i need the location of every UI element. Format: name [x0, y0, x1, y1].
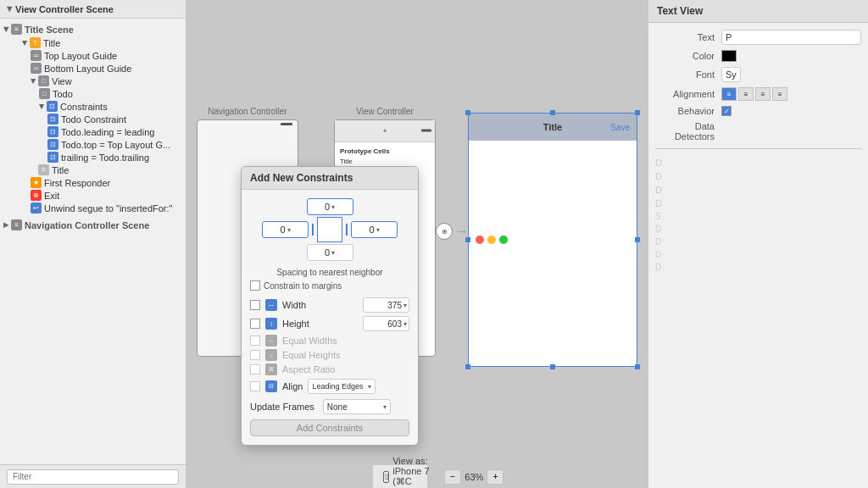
panel-item-8: D — [655, 248, 861, 261]
zoom-out-button[interactable]: − — [444, 469, 461, 485]
sidebar-item-title[interactable]: ▶ T Title — [0, 36, 186, 49]
sidebar-item-trailing[interactable]: ⊡ trailing = Todo.trailing — [0, 151, 186, 164]
sidebar-collapse-icon[interactable]: ▶ — [6, 7, 14, 12]
sidebar-item-title2[interactable]: ▶ ≡ Title — [0, 164, 186, 176]
sidebar-item-unwind[interactable]: ↩ Unwind segue to "insertedFor:" — [0, 202, 186, 214]
title-scene-label: Title Scene — [25, 25, 182, 35]
filter-input[interactable] — [7, 469, 179, 485]
align-checkbox[interactable] — [250, 381, 260, 391]
main-phone-save[interactable]: Save — [610, 123, 630, 132]
constraints-expand-icon: ▶ — [38, 104, 46, 109]
handle-tr[interactable] — [635, 110, 640, 115]
prop-text-input[interactable]: P — [721, 30, 861, 45]
equal-heights-label: Equal Heights — [282, 350, 409, 360]
arrow-2: ⊕ → — [436, 223, 468, 240]
align-label: Align — [282, 381, 303, 391]
constraints-panel: Add New Constraints 0 ▾ — [241, 166, 419, 446]
align-center-btn[interactable]: ≡ — [738, 87, 754, 101]
constrain-margins-checkbox[interactable] — [250, 280, 260, 291]
nav-scene-icon: ≡ — [11, 219, 22, 230]
left-spacing-input[interactable]: 0 ▾ — [262, 221, 309, 238]
panel-item-1-label: D — [655, 158, 662, 168]
width-checkbox[interactable] — [250, 300, 260, 310]
bottom-spacing-row: 0 ▾ — [307, 244, 353, 261]
title-scene-header[interactable]: ▶ ≡ Title Scene — [0, 22, 186, 36]
trailing-icon: ⊡ — [47, 152, 58, 163]
handle-ml[interactable] — [465, 237, 470, 242]
update-frames-select[interactable]: None ▾ — [323, 399, 391, 414]
nav-controller-label: Navigation Controller — [208, 107, 287, 116]
constrain-margins-label: Constrain to margins — [264, 281, 342, 291]
prop-color-label: Color — [655, 51, 715, 61]
main-phone-content — [469, 141, 637, 366]
view-as-container: ▯ View as: iPhone 7 (⌘C ⌘R) — [383, 456, 431, 489]
equal-widths-row: ↔ Equal Widths — [250, 335, 409, 347]
handle-br[interactable] — [635, 364, 640, 369]
aspect-ratio-checkbox[interactable] — [250, 364, 260, 374]
prop-alignment: Alignment ≡ ≡ ≡ ≡ — [655, 87, 861, 101]
handle-mr[interactable] — [635, 237, 640, 242]
align-right-btn[interactable]: ≡ — [755, 87, 771, 101]
equal-widths-checkbox[interactable] — [250, 336, 260, 346]
title-cell: Title — [340, 158, 430, 165]
nav-controller-scene-header[interactable]: ▶ ≡ Navigation Controller Scene — [0, 218, 186, 232]
vc-nav-bar: + — [335, 120, 435, 142]
sidebar-item-exit[interactable]: ⊕ Exit — [0, 189, 186, 202]
todo-leading-icon: ⊡ — [47, 126, 58, 137]
todo-constraint-icon: ⊡ — [47, 114, 58, 125]
sidebar-item-todo-constraint[interactable]: ⊡ Todo Constraint — [0, 113, 186, 125]
todo-constraint-label: Todo Constraint — [61, 114, 186, 125]
add-constraints-button[interactable]: Add Constraints — [250, 419, 409, 436]
panel-item-4-label: D — [655, 198, 662, 208]
bottom-layout-icon: ═ — [31, 63, 42, 74]
title-label: Title — [43, 38, 186, 48]
align-justify-btn[interactable]: ≡ — [772, 87, 787, 101]
top-spacing-input[interactable]: 0 ▾ — [307, 198, 353, 215]
prop-alignment-value: ≡ ≡ ≡ ≡ — [721, 87, 861, 101]
top-layout-label: Top Layout Guide — [44, 51, 186, 61]
handle-tm[interactable] — [550, 110, 555, 115]
title2-icon: ≡ — [38, 164, 49, 175]
equal-widths-icon: ↔ — [265, 335, 277, 347]
handle-bl[interactable] — [465, 364, 470, 369]
prop-color-value — [721, 50, 861, 62]
spacing-diagram: 0 ▾ 0 ▾ — [250, 198, 409, 261]
panel-item-4: D — [655, 197, 861, 210]
prop-font-input[interactable]: Sy — [721, 67, 741, 82]
equal-heights-checkbox[interactable] — [250, 350, 260, 360]
sidebar-item-top-layout[interactable]: ═ Top Layout Guide — [0, 49, 186, 62]
prop-behavior-value: ✓ — [721, 106, 861, 116]
width-value-input[interactable]: 375 ▾ — [363, 297, 409, 313]
right-spacing-input[interactable]: 0 ▾ — [351, 221, 398, 238]
canvas-area[interactable]: Navigation Controller ⊕ → View Contro — [186, 0, 648, 488]
constraints-panel-title: Add New Constraints — [250, 172, 353, 184]
sidebar-item-todo-leading[interactable]: ⊡ Todo.leading = leading — [0, 125, 186, 138]
arrow-line-2: → — [456, 225, 468, 238]
width-label: Width — [282, 300, 358, 310]
todo-top-icon: ⊡ — [47, 139, 58, 150]
behavior-checkbox[interactable]: ✓ — [721, 106, 732, 116]
handle-tl[interactable] — [465, 110, 470, 115]
height-checkbox[interactable] — [250, 319, 260, 329]
aspect-ratio-label: Aspect Ratio — [282, 364, 409, 374]
sidebar-item-view[interactable]: ▶ □ View — [0, 75, 186, 87]
prop-data-detectors: Data Detectors — [655, 121, 861, 141]
main-phone-frame[interactable]: Title Save — [468, 113, 637, 367]
sidebar-header: ▶ View Controller Scene — [0, 0, 186, 19]
handle-bm[interactable] — [550, 364, 555, 369]
first-responder-icon: ★ — [31, 177, 42, 188]
vc-label: View Controller — [356, 107, 414, 116]
sidebar-item-constraints[interactable]: ▶ ⊡ Constraints — [0, 100, 186, 113]
vc-nav-bar-icon: + — [383, 127, 387, 135]
sidebar-item-todo[interactable]: □ Todo — [0, 87, 186, 100]
zoom-in-button[interactable]: + — [487, 469, 504, 485]
prop-behavior: Behavior ✓ — [655, 106, 861, 116]
height-value-input[interactable]: 603 ▾ — [363, 316, 409, 331]
align-value-select[interactable]: Leading Edges ▾ — [308, 379, 376, 394]
align-left-btn[interactable]: ≡ — [721, 87, 737, 101]
bottom-spacing-input[interactable]: 0 ▾ — [307, 244, 353, 261]
sidebar-item-bottom-layout[interactable]: ═ Bottom Layout Guide — [0, 62, 186, 75]
prop-color-swatch[interactable] — [721, 50, 737, 62]
sidebar-item-todo-top[interactable]: ⊡ Todo.top = Top Layout G... — [0, 138, 186, 151]
sidebar-item-first-responder[interactable]: ★ First Responder — [0, 176, 186, 189]
